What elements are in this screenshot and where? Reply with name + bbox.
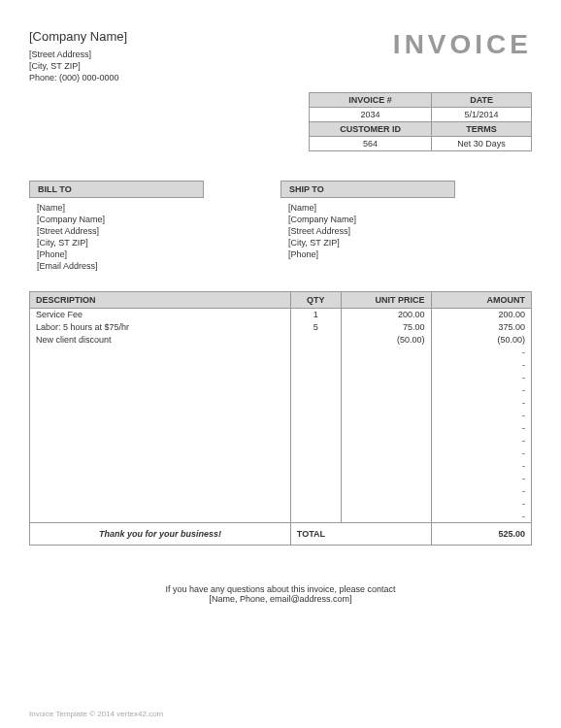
- item-amount: -: [431, 422, 531, 435]
- item-amount: -: [431, 498, 531, 511]
- item-price: 75.00: [341, 321, 431, 334]
- table-row: -: [30, 384, 532, 397]
- item-qty: [290, 410, 341, 422]
- item-price: [341, 359, 431, 372]
- ship-to-line: [Name]: [280, 202, 532, 214]
- item-desc: [30, 498, 291, 511]
- item-desc: [30, 473, 291, 485]
- item-price: [341, 384, 431, 397]
- company-name: [Company Name]: [29, 29, 127, 44]
- thankyou-message: Thank you for your business!: [30, 523, 291, 546]
- item-desc: [30, 372, 291, 384]
- item-amount: -: [431, 384, 531, 397]
- item-qty: [290, 511, 341, 523]
- item-amount: -: [431, 447, 531, 460]
- bill-to-line: [Name]: [29, 202, 280, 214]
- item-desc: [30, 485, 291, 498]
- table-row: -: [30, 435, 532, 447]
- meta-customer-id-label: CUSTOMER ID: [310, 122, 432, 137]
- meta-terms-label: TERMS: [432, 122, 532, 137]
- table-row: -: [30, 485, 532, 498]
- ship-to-line: [Phone]: [280, 248, 532, 260]
- item-amount: -: [431, 511, 531, 523]
- ship-to-header: SHIP TO: [280, 181, 455, 198]
- item-price: [341, 372, 431, 384]
- bill-to-line: [Phone]: [29, 248, 280, 260]
- item-desc: [30, 447, 291, 460]
- item-price: [341, 410, 431, 422]
- item-qty: [290, 498, 341, 511]
- item-price: [341, 473, 431, 485]
- ship-to-line: [City, ST ZIP]: [280, 237, 532, 248]
- item-qty: [290, 485, 341, 498]
- item-price: [341, 498, 431, 511]
- item-desc: [30, 359, 291, 372]
- item-price: [341, 347, 431, 359]
- item-amount: -: [431, 460, 531, 473]
- bill-to-line: [Street Address]: [29, 225, 280, 237]
- item-amount: -: [431, 359, 531, 372]
- col-desc-header: DESCRIPTION: [30, 292, 291, 309]
- item-price: [341, 460, 431, 473]
- item-desc: Service Fee: [30, 309, 291, 321]
- item-amount: (50.00): [431, 334, 531, 347]
- item-desc: New client discount: [30, 334, 291, 347]
- company-city: [City, ST ZIP]: [29, 61, 127, 71]
- item-amount: -: [431, 435, 531, 447]
- item-desc: [30, 422, 291, 435]
- bill-to-header: BILL TO: [29, 181, 204, 198]
- item-qty: 1: [290, 309, 341, 321]
- table-row: -: [30, 511, 532, 523]
- table-row: Labor: 5 hours at $75/hr575.00375.00: [30, 321, 532, 334]
- company-phone: Phone: (000) 000-0000: [29, 73, 127, 83]
- meta-date-label: DATE: [432, 93, 532, 108]
- item-desc: [30, 397, 291, 410]
- company-block: [Company Name] [Street Address] [City, S…: [29, 29, 127, 84]
- item-price: [341, 397, 431, 410]
- contact-line-1: If you have any questions about this inv…: [29, 584, 532, 594]
- item-qty: [290, 384, 341, 397]
- company-street: [Street Address]: [29, 50, 127, 59]
- contact-line-2: [Name, Phone, email@address.com]: [29, 594, 532, 604]
- item-qty: [290, 460, 341, 473]
- table-row: -: [30, 422, 532, 435]
- table-row: -: [30, 372, 532, 384]
- meta-customer-id: 564: [310, 137, 432, 151]
- item-desc: [30, 347, 291, 359]
- bill-to-line: [Company Name]: [29, 214, 280, 225]
- item-qty: [290, 473, 341, 485]
- item-desc: [30, 511, 291, 523]
- footer-contact: If you have any questions about this inv…: [29, 584, 532, 604]
- item-qty: [290, 347, 341, 359]
- bill-to-block: BILL TO [Name] [Company Name] [Street Ad…: [29, 181, 280, 272]
- total-label: TOTAL: [290, 523, 431, 546]
- item-price: [341, 435, 431, 447]
- col-amount-header: AMOUNT: [431, 292, 531, 309]
- meta-invoice-num-label: INVOICE #: [310, 93, 432, 108]
- item-amount: -: [431, 410, 531, 422]
- table-row: -: [30, 498, 532, 511]
- item-price: [341, 511, 431, 523]
- item-desc: [30, 410, 291, 422]
- items-table: DESCRIPTION QTY UNIT PRICE AMOUNT Servic…: [29, 291, 532, 546]
- item-qty: [290, 334, 341, 347]
- item-amount: 200.00: [431, 309, 531, 321]
- meta-terms: Net 30 Days: [432, 137, 532, 151]
- ship-to-line: [Company Name]: [280, 214, 532, 225]
- invoice-meta-table: INVOICE # DATE 2034 5/1/2014 CUSTOMER ID…: [309, 92, 532, 151]
- item-desc: Labor: 5 hours at $75/hr: [30, 321, 291, 334]
- item-price: 200.00: [341, 309, 431, 321]
- item-price: [341, 485, 431, 498]
- item-desc: [30, 384, 291, 397]
- item-amount: 375.00: [431, 321, 531, 334]
- table-row: -: [30, 447, 532, 460]
- bill-to-line: [Email Address]: [29, 260, 280, 272]
- bill-to-line: [City, ST ZIP]: [29, 237, 280, 248]
- meta-invoice-num: 2034: [310, 108, 432, 122]
- item-qty: [290, 435, 341, 447]
- item-price: (50.00): [341, 334, 431, 347]
- item-qty: 5: [290, 321, 341, 334]
- total-value: 525.00: [431, 523, 531, 546]
- item-qty: [290, 397, 341, 410]
- table-row: New client discount(50.00)(50.00): [30, 334, 532, 347]
